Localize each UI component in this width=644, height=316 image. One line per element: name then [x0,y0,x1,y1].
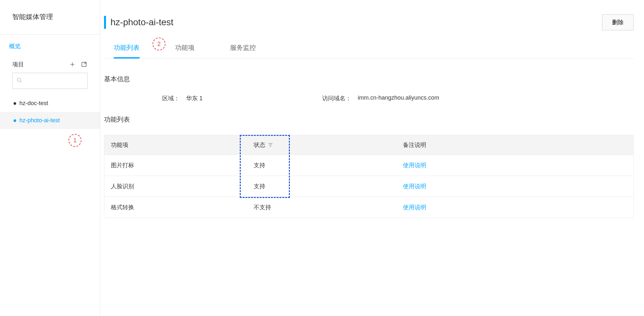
expand-icon[interactable] [80,61,88,68]
svg-line-4 [20,81,22,82]
function-table: 功能项 状态 备注说明 图片打标 [104,135,634,218]
search-icon [16,77,22,84]
sidebar-item-hz-photo-ai-test[interactable]: hz-photo-ai-test [0,112,100,129]
project-list: hz-doc-test hz-photo-ai-test [0,95,100,129]
sidebar: 智能媒体管理 概览 项目 [0,0,100,316]
main-content: hz-photo-ai-test 删除 功能列表 功能项 服务监控 2 基本信息… [100,0,644,316]
region-value: 华东 1 [186,94,203,102]
bullet-icon [14,119,16,122]
page-title: hz-photo-ai-test [111,17,174,27]
table-row: 人脸识别 支持 使用说明 [104,176,634,197]
usage-link[interactable]: 使用说明 [403,162,426,169]
search-input[interactable] [25,78,90,84]
annotation-2: 2 [153,38,165,50]
region-label: 区域： [162,94,180,102]
tab-function-item[interactable]: 功能项 [175,43,195,59]
tab-function-list[interactable]: 功能列表 [114,43,140,59]
search-box[interactable] [12,73,88,89]
delete-button[interactable]: 删除 [602,14,634,30]
tab-service-monitor[interactable]: 服务监控 [230,43,256,59]
col-header-feature: 功能项 [104,135,247,155]
svg-point-3 [17,78,21,82]
domain-label: 访问域名： [322,94,351,102]
col-header-status[interactable]: 状态 [247,135,390,155]
filter-icon[interactable] [268,142,273,149]
col-header-remark: 备注说明 [390,135,634,155]
domain-value: imm.cn-hangzhou.aliyuncs.com [358,94,439,102]
cell-feature: 人脸识别 [104,176,247,197]
tabs: 功能列表 功能项 服务监控 2 [104,43,634,59]
nav-overview[interactable]: 概览 [0,35,100,58]
table-row: 图片打标 支持 使用说明 [104,155,634,176]
func-list-title: 功能列表 [104,115,634,124]
add-project-icon[interactable] [69,61,76,68]
sidebar-item-label: hz-photo-ai-test [19,117,60,124]
table-row: 格式转换 不支持 使用说明 [104,197,634,218]
sidebar-title: 智能媒体管理 [0,12,100,35]
usage-link[interactable]: 使用说明 [403,183,426,190]
bullet-icon [14,102,16,105]
title-accent-bar [104,16,106,29]
cell-status: 不支持 [247,197,390,218]
cell-status: 支持 [247,176,390,197]
cell-feature: 格式转换 [104,197,247,218]
sidebar-item-label: hz-doc-test [19,100,48,107]
basic-info-title: 基本信息 [104,75,634,83]
sidebar-item-hz-doc-test[interactable]: hz-doc-test [0,95,100,112]
annotation-1: 1 [69,134,81,147]
usage-link[interactable]: 使用说明 [403,204,426,211]
cell-status: 支持 [247,155,390,176]
cell-feature: 图片打标 [104,155,247,176]
project-section-label: 项目 [12,60,24,68]
svg-marker-5 [269,143,272,147]
